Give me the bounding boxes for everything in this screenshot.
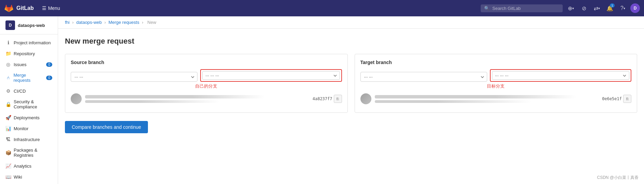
chevron-icon: ▾ (572, 6, 574, 10)
sidebar-item-monitor[interactable]: 📊 Monitor (0, 123, 58, 134)
brand[interactable]: GitLab (4, 3, 34, 13)
sidebar-item-infrastructure[interactable]: 🏗 Infrastructure (0, 134, 58, 145)
target-branch-select[interactable]: ··· ··· ··· (492, 71, 629, 80)
target-branch-select-wrapper: ··· ··· ··· (490, 69, 631, 82)
breadcrumb: fhi › dataops-web › Merge requests › New (58, 16, 644, 29)
breadcrumb-new: New (147, 20, 156, 25)
search-icon: 🔍 (484, 6, 490, 11)
source-annotation: 自己的分支 (71, 83, 342, 89)
hamburger-icon: ☰ (42, 5, 46, 11)
project-header[interactable]: D dataops-web (0, 16, 58, 34)
target-branch-panel: Target branch ··· ··· ··· ··· ··· 目标分支 (355, 54, 638, 113)
source-commit-hash: 4a8237f7 ⎘ (313, 95, 342, 103)
navbar: GitLab ☰ Menu 🔍 ⊕ ▾ ⊘ ⇄ ▾ 🔔 1 ? ▾ D (0, 0, 644, 16)
sidebar-label-repository: Repository (14, 51, 35, 56)
notification-badge: 1 (610, 3, 615, 7)
project-name: dataops-web (18, 23, 45, 28)
menu-label: Menu (48, 5, 60, 11)
breadcrumb-sep3: › (142, 20, 143, 25)
source-commit-msg (85, 95, 264, 98)
merge-icon: ⇄ (594, 5, 598, 12)
source-copy-hash-button[interactable]: ⎘ (334, 95, 342, 103)
sidebar-label-project-info: Project information (14, 40, 51, 45)
sidebar-label-merge-requests: Merge requests (14, 73, 44, 83)
chevron2-icon: ▾ (598, 6, 600, 10)
target-repo-select[interactable]: ··· ··· (360, 72, 487, 82)
sidebar-label-wiki: Wiki (14, 174, 22, 180)
sidebar-label-cicd: CI/CD (14, 89, 26, 94)
source-branch-label: Source branch (71, 60, 342, 65)
breadcrumb-merge-requests[interactable]: Merge requests (108, 20, 139, 25)
user-avatar[interactable]: D (630, 3, 640, 13)
breadcrumb-dataops[interactable]: dataops-web (76, 20, 101, 25)
notifications-btn[interactable]: 🔔 1 (604, 3, 615, 14)
branch-selector-row: Source branch ··· ··· ··· ··· ··· 自己的分支 (65, 54, 637, 113)
page-title: New merge request (65, 37, 637, 46)
sidebar: D dataops-web ℹ Project information 📁 Re… (0, 16, 58, 184)
issues-icon: ◎ (5, 62, 11, 67)
watermark: CSDN @小白菜丨真香 (597, 175, 639, 181)
gitlab-logo-icon (4, 3, 14, 13)
sidebar-item-deployments[interactable]: 🚀 Deployments (0, 112, 58, 123)
sidebar-item-snippets[interactable]: ✂ Snippets (0, 182, 58, 184)
sidebar-label-analytics: Analytics (14, 164, 31, 169)
breadcrumb-fhi[interactable]: fhi (65, 20, 70, 25)
sidebar-item-issues[interactable]: ◎ Issues 0 (0, 59, 58, 70)
target-branch-label: Target branch (360, 60, 632, 65)
merge-request-icon-btn[interactable]: ⇄ ▾ (591, 3, 602, 14)
packages-icon: 📦 (5, 150, 11, 155)
target-commit-info (375, 95, 599, 103)
source-commit-meta (85, 100, 219, 103)
sidebar-item-project-info[interactable]: ℹ Project information (0, 37, 58, 48)
question-icon: ? (620, 5, 624, 11)
infrastructure-icon: 🏗 (5, 137, 11, 142)
page-content: New merge request Source branch ··· ··· … (58, 29, 644, 141)
merge-requests-icon: ⑃ (5, 75, 11, 80)
plus-icon: ⊕ (568, 5, 572, 12)
source-commit-info (85, 95, 309, 103)
source-repo-select[interactable]: ··· ··· (71, 72, 197, 82)
project-info-icon: ℹ (5, 40, 11, 45)
sidebar-item-security[interactable]: 🔒 Security & Compliance (0, 96, 58, 112)
main-content: fhi › dataops-web › Merge requests › New… (58, 16, 644, 184)
source-hash-text: 4a8237f7 (313, 96, 332, 101)
source-commit-row: 4a8237f7 ⎘ (71, 91, 342, 107)
sidebar-item-repository[interactable]: 📁 Repository (0, 48, 58, 59)
sidebar-item-cicd[interactable]: ⚙ CI/CD (0, 86, 58, 96)
target-copy-hash-button[interactable]: ⎘ (623, 95, 631, 103)
sidebar-item-merge-requests[interactable]: ⑃ Merge requests 0 (0, 70, 58, 86)
sidebar-label-issues: Issues (14, 62, 27, 67)
sidebar-badge-issues: 0 (46, 62, 52, 67)
sidebar-item-wiki[interactable]: 📖 Wiki (0, 171, 58, 182)
sidebar-label-deployments: Deployments (14, 115, 40, 120)
sidebar-item-packages[interactable]: 📦 Packages & Registries (0, 145, 58, 160)
help-btn[interactable]: ? ▾ (617, 3, 628, 14)
repository-icon: 📁 (5, 51, 11, 56)
commit-icon-btn[interactable]: ⊘ (578, 3, 589, 14)
project-initial: D (9, 23, 12, 28)
source-branch-select-wrapper: ··· ··· ··· (200, 69, 342, 82)
analytics-icon: 📈 (5, 163, 11, 169)
sidebar-label-packages: Packages & Registries (14, 148, 52, 158)
search-bar[interactable]: 🔍 (481, 4, 563, 12)
chevron3-icon: ▾ (624, 6, 625, 10)
target-commit-meta (375, 100, 532, 103)
sidebar-label-security: Security & Compliance (14, 99, 52, 109)
source-commit-avatar (71, 93, 82, 104)
sidebar-item-analytics[interactable]: 📈 Analytics (0, 160, 58, 171)
monitor-icon: 📊 (5, 126, 11, 131)
create-button[interactable]: ⊕ ▾ (565, 3, 576, 14)
target-commit-row: 0e6e5e1f ⎘ (360, 91, 632, 107)
sidebar-label-monitor: Monitor (14, 126, 28, 131)
compare-button[interactable]: Compare branches and continue (65, 121, 148, 133)
menu-button[interactable]: ☰ Menu (39, 4, 63, 12)
breadcrumb-sep1: › (72, 20, 73, 25)
clock-icon: ⊘ (582, 5, 586, 12)
source-branch-select[interactable]: ··· ··· ··· (202, 71, 340, 80)
target-commit-hash: 0e6e5e1f ⎘ (602, 95, 631, 103)
sidebar-label-infrastructure: Infrastructure (14, 137, 40, 142)
target-annotation: 目标分支 (360, 83, 632, 89)
cicd-icon: ⚙ (5, 88, 11, 94)
navbar-icons: ⊕ ▾ ⊘ ⇄ ▾ 🔔 1 ? ▾ D (565, 3, 640, 14)
search-input[interactable] (492, 6, 554, 11)
